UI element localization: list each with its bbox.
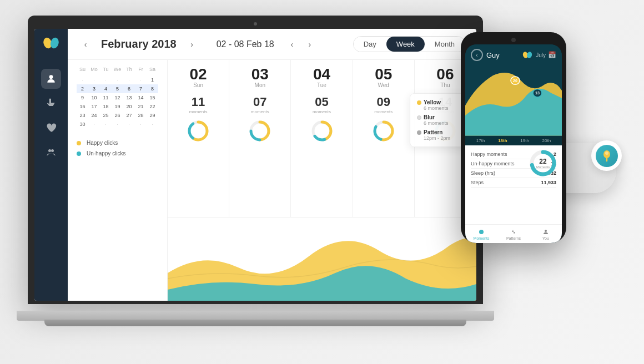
cal-cell[interactable]: 28 xyxy=(135,111,147,120)
cal-cell[interactable]: 25 xyxy=(100,111,112,120)
cal-cell[interactable]: 13 xyxy=(123,93,135,102)
sidebar-icon-heart[interactable] xyxy=(41,118,61,138)
legend-unhappy-label: Un-happy clicks xyxy=(87,150,126,156)
day-donut xyxy=(186,119,210,143)
phone-stats: Happy moments 2 Un-happy moments 18 Slee… xyxy=(465,145,562,225)
day-number: 03 xyxy=(251,67,269,82)
day-name: Tue xyxy=(317,82,326,88)
cal-cell[interactable]: 12 xyxy=(112,93,123,102)
svg-point-4 xyxy=(51,149,54,152)
cal-cell[interactable]: 30 xyxy=(77,120,88,129)
cal-cell[interactable]: · xyxy=(123,120,135,129)
cal-cell[interactable]: 14 xyxy=(135,93,147,102)
phone-header: ‹ Guy July 📅 xyxy=(465,44,562,65)
next-week-button[interactable]: › xyxy=(303,38,316,51)
cal-cell[interactable]: 9 xyxy=(77,93,88,102)
cal-cell[interactable]: 21 xyxy=(135,102,147,111)
mini-calendar: Su Mo Tu We Th Fr Sa · xyxy=(68,60,168,301)
cal-cell[interactable]: 16 xyxy=(77,102,88,111)
moments-count: 09 xyxy=(376,95,390,109)
cal-row-2: 2 3 4 5 6 7 8 xyxy=(77,84,158,93)
phone-back-button[interactable]: ‹ xyxy=(471,49,483,61)
legend-unhappy: Un-happy clicks xyxy=(77,150,158,156)
cal-cell[interactable]: 22 xyxy=(147,102,158,111)
day-column-05: 05 Wed 09 moments xyxy=(353,60,415,217)
cal-cell[interactable]: · xyxy=(88,120,100,129)
phone-date-17[interactable]: 17th xyxy=(476,138,485,143)
prev-week-button[interactable]: ‹ xyxy=(285,38,299,51)
phone-screen: ‹ Guy July 📅 xyxy=(465,44,562,243)
cal-cell[interactable]: · xyxy=(77,75,88,84)
wave-area xyxy=(168,218,476,301)
cal-cell[interactable]: 7 xyxy=(135,84,147,93)
cal-cell[interactable]: · xyxy=(88,75,100,84)
phone-donut: 22 Moments xyxy=(527,148,559,179)
phone-date-18[interactable]: 18th xyxy=(498,138,507,143)
cal-cell[interactable]: 1 xyxy=(147,75,158,84)
week-range: 02 - 08 Feb 18 xyxy=(217,39,274,49)
phone-month: July xyxy=(536,52,546,58)
donut-count: 22 xyxy=(536,158,550,165)
day-column-02: 02 Sun 11 moments xyxy=(168,60,229,217)
stat-steps: Steps 11,933 xyxy=(471,178,556,188)
cal-cell[interactable]: 11 xyxy=(100,93,112,102)
cal-cell[interactable]: 17 xyxy=(88,102,100,111)
day-name: Sun xyxy=(193,82,203,88)
cal-cell[interactable]: 3 xyxy=(88,84,100,93)
sidebar-icon-person[interactable] xyxy=(41,69,61,89)
next-month-button[interactable]: › xyxy=(185,38,199,51)
moments-count: 07 xyxy=(253,95,266,109)
sidebar-icon-group[interactable] xyxy=(41,142,61,162)
cal-cell[interactable]: 29 xyxy=(147,111,158,120)
cal-cell[interactable]: · xyxy=(135,120,147,129)
cal-cell[interactable]: 6 xyxy=(123,84,135,93)
cal-cell[interactable]: 24 xyxy=(88,111,100,120)
legend-area: Happy clicks Un-happy clicks xyxy=(77,140,158,156)
prev-month-button[interactable]: ‹ xyxy=(79,38,92,51)
cal-cell[interactable]: 4 xyxy=(100,84,112,93)
cal-cell[interactable]: 23 xyxy=(77,111,88,120)
cal-cell[interactable]: 18 xyxy=(100,102,112,111)
tab-month[interactable]: Month xyxy=(425,37,465,52)
laptop-screen: ‹ February 2018 › 02 - 08 Feb 18 ‹ › Day… xyxy=(34,29,476,301)
unhappy-dot xyxy=(77,151,81,156)
cal-cell[interactable]: 15 xyxy=(147,93,158,102)
cal-cell[interactable]: · xyxy=(147,120,158,129)
main-content: ‹ February 2018 › 02 - 08 Feb 18 ‹ › Day… xyxy=(68,29,476,301)
cal-cell[interactable]: · xyxy=(100,75,112,84)
cal-cell[interactable]: 27 xyxy=(123,111,135,120)
cal-cell[interactable]: 10 xyxy=(88,93,100,102)
tab-day[interactable]: Day xyxy=(354,37,386,52)
stat-label: Steps xyxy=(471,180,484,185)
legend-happy-label: Happy clicks xyxy=(87,140,118,146)
tab-week[interactable]: Week xyxy=(386,37,425,52)
stat-label: Happy moments xyxy=(471,151,507,157)
cal-cell[interactable]: 20 xyxy=(123,102,135,111)
cal-cell[interactable]: 5 xyxy=(112,84,123,93)
phone-date-20[interactable]: 20th xyxy=(542,138,551,143)
cal-cell[interactable]: · xyxy=(135,75,147,84)
day-column-03: 03 Mon 07 moments xyxy=(229,60,291,217)
cal-cell[interactable]: · xyxy=(112,120,123,129)
moments-label: moments xyxy=(189,109,208,114)
svg-point-3 xyxy=(48,149,51,152)
day-number: 05 xyxy=(375,67,392,82)
calendar-grid: Su Mo Tu We Th Fr Sa · xyxy=(77,65,158,129)
cal-cell[interactable]: 2 xyxy=(77,84,88,93)
phone-tab-moments[interactable]: Moments xyxy=(465,225,497,243)
phone-date-19[interactable]: 19th xyxy=(520,138,529,143)
laptop: ‹ February 2018 › 02 - 08 Feb 18 ‹ › Day… xyxy=(17,16,494,337)
phone-tab-you[interactable]: You xyxy=(530,225,562,243)
cal-cell[interactable]: · xyxy=(112,75,123,84)
sidebar-icon-hand[interactable] xyxy=(41,93,61,113)
scene: ‹ February 2018 › 02 - 08 Feb 18 ‹ › Day… xyxy=(17,10,627,354)
cal-cell[interactable]: 8 xyxy=(147,84,158,93)
cal-cell[interactable]: · xyxy=(100,120,112,129)
cal-cell[interactable]: · xyxy=(123,75,135,84)
svg-point-1 xyxy=(49,37,60,49)
cal-cell[interactable]: 26 xyxy=(112,111,123,120)
phone: ‹ Guy July 📅 xyxy=(461,32,572,249)
cal-cell[interactable]: 19 xyxy=(112,102,123,111)
phone-tab-patterns[interactable]: Patterns xyxy=(497,225,530,243)
cal-header-mo: Mo xyxy=(88,65,100,73)
